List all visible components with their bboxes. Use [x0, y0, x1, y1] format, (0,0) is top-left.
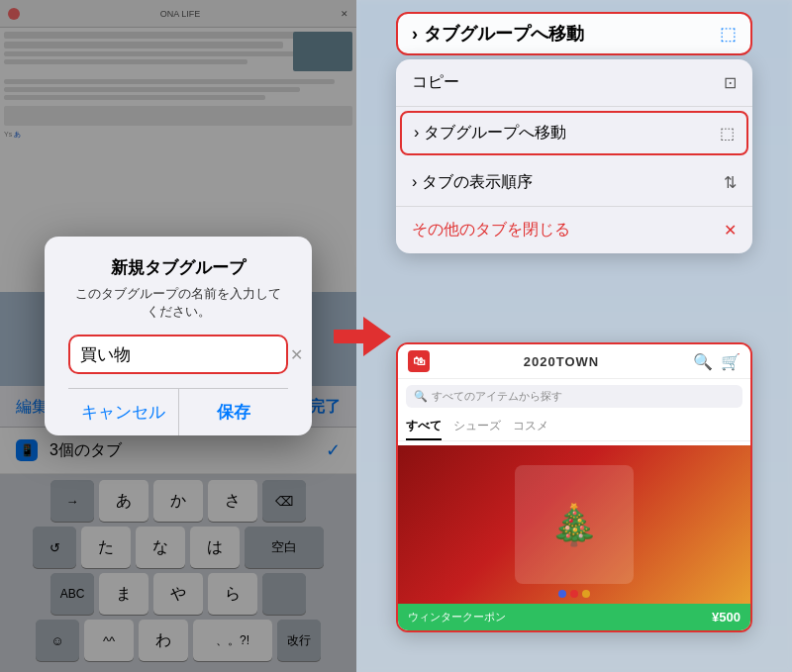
search-placeholder: すべてのアイテムから探す: [432, 389, 562, 404]
modal-input-wrap[interactable]: ✕: [68, 335, 288, 374]
tab-shoes[interactable]: シューズ: [453, 414, 501, 440]
move-to-tab-group-menu-item[interactable]: › タブグループへ移動 ⬚: [400, 111, 748, 155]
tab-cosmetics[interactable]: コスメ: [513, 414, 548, 440]
tab-order-label: › タブの表示順序: [412, 172, 724, 193]
app-footer: ウィンタークーポン ¥500: [398, 604, 750, 630]
app-brand-name: 2020TOWN: [524, 354, 599, 369]
direction-arrow: [334, 317, 391, 356]
modal-actions: キャンセル 保存: [68, 388, 288, 435]
copy-label: コピー: [412, 72, 724, 93]
search-icon-small: 🔍: [414, 390, 428, 403]
color-dot-red: [570, 590, 578, 598]
coupon-label: ウィンタークーポン: [408, 610, 506, 624]
product-background: 🎄: [398, 445, 750, 604]
copy-menu-item[interactable]: コピー ⊡: [396, 59, 752, 107]
right-panel: › タブグループへ移動 ⬚ コピー ⊡ › タブグループへ移動 ⬚ › タブの表…: [356, 0, 792, 672]
top-bar-label: タブグループへ移動: [424, 22, 720, 46]
price-label: ¥500: [712, 610, 741, 624]
sort-icon: ⇅: [724, 173, 737, 192]
close-others-label: その他のタブを閉じる: [412, 220, 724, 240]
new-tab-group-modal: 新規タブグループ このタブグループの名前を入力して ください。 ✕ キャンセル …: [45, 237, 312, 435]
move-tab-group-icon: ⬚: [720, 23, 737, 45]
tab-order-menu-item[interactable]: › タブの表示順序 ⇅: [396, 159, 752, 207]
cart-icon: 🛒: [721, 352, 741, 371]
copy-icon: ⊡: [724, 73, 737, 92]
cancel-button[interactable]: キャンセル: [68, 389, 179, 435]
color-dot-yellow: [582, 590, 590, 598]
move-to-tab-group-label: › タブグループへ移動: [414, 123, 720, 144]
close-others-menu-item[interactable]: その他のタブを閉じる ✕: [396, 207, 752, 253]
arrow-head: [363, 317, 391, 356]
app-category-tabs: すべて シューズ コスメ: [398, 414, 750, 441]
clear-input-button[interactable]: ✕: [290, 345, 303, 364]
save-button[interactable]: 保存: [179, 389, 289, 435]
app-logo-icon: 🛍: [408, 350, 430, 372]
arrow-body: [334, 330, 363, 343]
color-swatches: [558, 590, 590, 598]
product-image: 🎄: [515, 465, 634, 584]
product-area: 🎄: [398, 445, 750, 604]
app-header-icons: 🔍 🛒: [693, 352, 741, 371]
close-icon: ✕: [724, 221, 737, 240]
context-menu: コピー ⊡ › タブグループへ移動 ⬚ › タブの表示順序 ⇅ その他のタブを閉…: [396, 59, 752, 253]
color-dot-blue: [558, 590, 566, 598]
search-icon: 🔍: [693, 352, 713, 371]
modal-subtitle: このタブグループの名前を入力して ください。: [68, 285, 288, 321]
tab-all[interactable]: すべて: [406, 414, 442, 440]
top-highlighted-bar[interactable]: › タブグループへ移動 ⬚: [396, 12, 752, 55]
modal-title: 新規タブグループ: [68, 256, 288, 279]
app-header: 🛍 2020TOWN 🔍 🛒: [398, 344, 750, 379]
shopping-app-preview: 🛍 2020TOWN 🔍 🛒 🔍 すべてのアイテムから探す すべて シューズ コ…: [396, 342, 752, 632]
move-to-tab-group-icon: ⬚: [720, 124, 735, 143]
left-panel: ONA LIFE ✕ Ys あ 新規タブグループ このタブグループの名前を入力し…: [0, 0, 356, 672]
app-search-bar[interactable]: 🔍 すべてのアイテムから探す: [406, 385, 742, 408]
chevron-icon: ›: [412, 24, 418, 45]
group-name-input[interactable]: [80, 344, 290, 364]
modal-overlay: 新規タブグループ このタブグループの名前を入力して ください。 ✕ キャンセル …: [0, 0, 356, 672]
